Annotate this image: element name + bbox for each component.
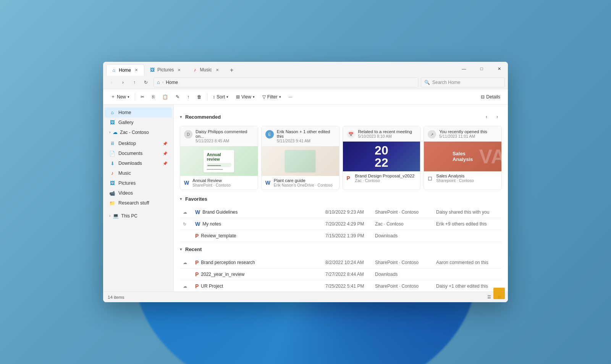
separator-2	[207, 93, 207, 101]
recommended-next-button[interactable]: ›	[493, 112, 502, 121]
annual-preview-content: Annual review ▬▬▬▬▬ ▬▬▬▬▬▬▬	[204, 150, 234, 172]
details-button[interactable]: ⊟ Details	[478, 93, 503, 101]
tab-pictures[interactable]: 🖼 Pictures ✕	[145, 64, 187, 76]
refresh-button[interactable]: ↻	[141, 77, 151, 87]
rec-card-brand[interactable]: 📅 Related to a recent meeting 5/10/2023 …	[343, 126, 421, 190]
gallery-sidebar-icon: 🖼	[109, 119, 115, 126]
rec-card-annual-review[interactable]: D Daisy Philipps commented on... 5/11/20…	[180, 126, 258, 190]
add-tab-button[interactable]: +	[226, 65, 237, 76]
rec-card-plant[interactable]: E Erik Nason + 1 other edited this 5/11/…	[261, 126, 339, 190]
favorites-row-brand-guidelines[interactable]: ☁ W Brand Guidelines 8/10/2022 9:23 AM S…	[180, 206, 502, 218]
my-notes-name-cell: W My notes	[195, 221, 319, 227]
address-bar[interactable]: ⌂ › Home	[154, 77, 419, 87]
rec-card-brand-header: 📅 Related to a recent meeting 5/10/2023 …	[343, 126, 420, 142]
content-area: ▾ Recommended ‹ › D Daisy Philipps com	[174, 105, 508, 292]
minimize-button[interactable]: —	[455, 62, 473, 76]
tab-music[interactable]: ♪ Music ✕	[188, 64, 225, 76]
close-button[interactable]: ✕	[490, 62, 508, 76]
tab-home-close[interactable]: ✕	[133, 67, 139, 73]
sidebar-item-home[interactable]: ⌂ Home	[105, 108, 172, 118]
annual-file-icon: W	[184, 180, 190, 186]
brand-year-display: 20 22	[375, 144, 388, 169]
rec-card-sales-date: 5/11/2023 11:01 AM	[439, 134, 498, 139]
tab-home[interactable]: ⌂ Home ✕	[106, 64, 144, 76]
home-sidebar-icon: ⌂	[109, 110, 115, 116]
recent-list: ☁ P Brand perception research 8/2/2022 1…	[180, 257, 502, 292]
sidebar-item-desktop[interactable]: 🖥 Desktop 📌	[105, 139, 172, 148]
new-button[interactable]: ＋ New ▾	[108, 92, 133, 101]
tab-music-label: Music	[200, 67, 212, 72]
brand-guidelines-word-icon: W	[195, 209, 200, 215]
sort-chevron: ▾	[226, 95, 228, 99]
rec-card-plant-user: Erik Nason + 1 other edited this	[277, 129, 335, 139]
brand-guidelines-date: 8/10/2022 9:23 AM	[322, 206, 372, 218]
rec-card-sales-header: ↗ You recently opened this 5/11/2023 11:…	[424, 126, 501, 142]
rename-icon: ✎	[176, 94, 179, 100]
paste-button[interactable]: 📋	[159, 93, 171, 101]
paste-icon: 📋	[162, 94, 168, 100]
2022-review-activity	[433, 269, 502, 280]
brand-perception-cloud-icon: ☁	[183, 260, 187, 265]
rec-card-plant-date: 5/11/2023 9:41 AM	[277, 139, 335, 143]
brand-perception-activity: Aaron commented on this	[433, 257, 502, 269]
recent-toggle[interactable]: ▾	[180, 247, 182, 252]
rec-card-sales-preview: VA Sales Analysis	[424, 142, 501, 171]
rec-card-annual-date: 5/11/2023 8:45 AM	[196, 139, 254, 143]
tab-pictures-close[interactable]: ✕	[176, 67, 182, 73]
tabs-area: ⌂ Home ✕ 🖼 Pictures ✕ ♪ Music ✕ +	[103, 62, 455, 76]
share-button[interactable]: ↑	[184, 93, 192, 101]
2022-review-date: 7/27/2022 8:44 AM	[322, 269, 372, 280]
list-view-button[interactable]: ☰	[485, 293, 493, 301]
view-button[interactable]: ⊞ View ▾	[233, 93, 258, 101]
brand-perception-name-cell: P Brand perception research	[195, 259, 319, 266]
brand-perception-ppt-icon: P	[195, 259, 199, 266]
rename-button[interactable]: ✎	[173, 93, 183, 101]
back-button[interactable]: ‹	[106, 77, 117, 87]
sidebar-item-videos[interactable]: 📹 Videos	[105, 188, 172, 198]
rec-card-sales[interactable]: ↗ You recently opened this 5/11/2023 11:…	[423, 126, 502, 190]
filter-button[interactable]: ▽ Filter ▾	[259, 93, 284, 101]
sidebar-research-label: Research stuff	[118, 200, 149, 206]
sidebar-item-documents[interactable]: 📄 Documents 📌	[105, 148, 172, 158]
tab-music-close[interactable]: ✕	[214, 67, 220, 73]
sidebar-group-thispc[interactable]: › 💻 This PC	[105, 211, 172, 221]
sidebar-item-research[interactable]: 📁 Research stuff	[105, 198, 172, 208]
search-bar[interactable]: 🔍 Search Home	[421, 77, 505, 87]
sidebar-music-label: Music	[118, 171, 131, 176]
more-button[interactable]: ···	[286, 93, 296, 101]
share-icon: ↑	[187, 94, 189, 100]
main-content: ⌂ Home 🖼 Gallery › ☁ Zac - Contoso 🖥 Des…	[103, 105, 508, 292]
sidebar-item-downloads[interactable]: ⬇ Downloads 📌	[105, 158, 172, 168]
recent-row-brand-perception[interactable]: ☁ P Brand perception research 8/2/2022 1…	[180, 257, 502, 269]
documents-sidebar-icon: 📄	[109, 150, 115, 156]
ur-project-location: SharePoint · Contoso	[372, 280, 433, 292]
recommended-prev-button[interactable]: ‹	[482, 112, 491, 121]
forward-button[interactable]: ›	[118, 77, 128, 87]
recent-row-2022-review[interactable]: P 2022_year_in_review 7/27/2022 8:44 AM …	[180, 269, 502, 280]
sidebar-item-gallery[interactable]: 🖼 Gallery	[105, 118, 172, 127]
recent-row-ur-project[interactable]: ☁ P UR Project 7/25/2022 5:41 PM SharePo…	[180, 280, 502, 292]
recommended-toggle[interactable]: ▾	[180, 114, 182, 119]
address-chevron: ›	[162, 80, 163, 84]
sidebar-downloads-label: Downloads	[118, 161, 142, 166]
pictures-sidebar-icon: 🖼	[109, 180, 115, 186]
brand-guidelines-name: Brand Guidelines	[202, 209, 238, 215]
brand-guidelines-location: SharePoint · Contoso	[372, 206, 433, 218]
favorites-row-my-notes[interactable]: ↻ W My notes 7/20/2022 4:29 PM Zac · Con…	[180, 218, 502, 230]
favorites-row-review-template[interactable]: P Review_template 7/15/2022 1:39 PM Down…	[180, 230, 502, 242]
sidebar-item-pictures[interactable]: 🖼 Pictures	[105, 178, 172, 188]
sidebar-item-music[interactable]: ♪ Music	[105, 168, 172, 178]
sidebar-group-contoso[interactable]: › ☁ Zac - Contoso	[105, 127, 172, 137]
copy-button[interactable]: ⎘	[149, 93, 158, 101]
address-toolbar: ‹ › ↑ ↻ ⌂ › Home 🔍 Search Home	[103, 76, 508, 89]
tab-home-label: Home	[119, 68, 131, 73]
up-button[interactable]: ↑	[129, 77, 140, 87]
videos-sidebar-icon: 📹	[109, 190, 115, 196]
cut-button[interactable]: ✂	[137, 93, 147, 101]
music-sidebar-icon: ♪	[109, 170, 115, 176]
favorites-toggle[interactable]: ▾	[180, 196, 182, 201]
sort-button[interactable]: ↕ Sort ▾	[210, 93, 231, 101]
sidebar-documents-label: Documents	[118, 151, 142, 156]
delete-button[interactable]: 🗑	[194, 93, 205, 101]
maximize-button[interactable]: □	[473, 62, 490, 76]
